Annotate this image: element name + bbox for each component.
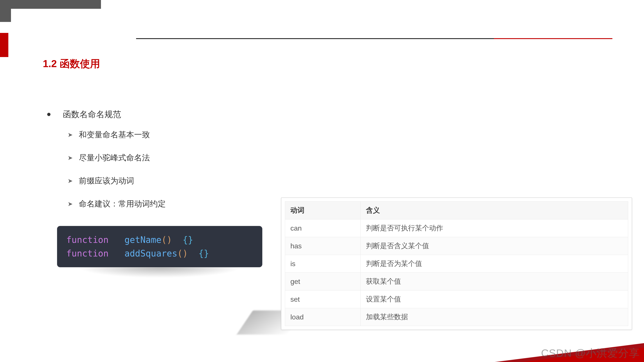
cell-meaning: 获取某个值	[360, 273, 628, 291]
cell-verb: has	[285, 237, 361, 255]
th-verb: 动词	[285, 202, 361, 219]
cell-verb: is	[285, 255, 361, 273]
cell-meaning: 判断是否为某个值	[360, 255, 628, 273]
top-divider-accent	[494, 38, 612, 39]
deco-bar-vertical	[0, 0, 11, 22]
cell-meaning: 判断是否含义某个值	[360, 237, 628, 255]
code-function-name: getName	[124, 235, 162, 245]
table-row: can 判断是否可执行某个动作	[285, 219, 628, 237]
sub-bullet-text: 和变量命名基本一致	[79, 129, 150, 140]
code-keyword: function	[66, 248, 109, 258]
cell-verb: can	[285, 219, 361, 237]
cell-verb: load	[285, 308, 361, 326]
code-line: function addSquares() {}	[66, 247, 253, 260]
cell-meaning: 设置某个值	[360, 291, 628, 308]
code-parens: ()	[177, 248, 188, 258]
sub-bullet-list: ➤ 和变量命名基本一致 ➤ 尽量小驼峰式命名法 ➤ 前缀应该为动词 ➤ 命名建议…	[68, 129, 166, 209]
chevron-right-icon: ➤	[68, 131, 73, 138]
bullet-text: 函数名命名规范	[63, 109, 121, 120]
slide-title: 1.2 函数使用	[43, 57, 100, 71]
table-row: get 获取某个值	[285, 273, 628, 291]
table-row: has 判断是否含义某个值	[285, 237, 628, 255]
code-block: function getName() {} function addSquare…	[57, 226, 262, 267]
sub-bullet: ➤ 和变量命名基本一致	[68, 129, 166, 140]
code-example: function getName() {} function addSquare…	[57, 226, 262, 278]
sub-bullet-text: 命名建议：常用动词约定	[79, 199, 166, 209]
sub-bullet: ➤ 尽量小驼峰式命名法	[68, 152, 166, 163]
code-braces: {}	[198, 248, 209, 258]
code-braces: {}	[182, 235, 193, 245]
verb-table: 动词 含义 can 判断是否可执行某个动作 has 判断是否含义某个值 is 判…	[281, 197, 632, 330]
chevron-right-icon: ➤	[68, 154, 73, 161]
cell-verb: get	[285, 273, 361, 291]
deco-bar-horizontal	[0, 0, 101, 9]
watermark-text: CSDN @小洪爱分享	[541, 346, 640, 360]
table-header-row: 动词 含义	[285, 202, 628, 219]
code-parens: ()	[162, 235, 172, 245]
th-meaning: 含义	[360, 202, 628, 219]
sub-bullet-text: 尽量小驼峰式命名法	[79, 152, 150, 163]
table-row: set 设置某个值	[285, 291, 628, 308]
deco-red-bar	[0, 33, 8, 57]
cell-meaning: 加载某些数据	[360, 308, 628, 326]
sub-bullet: ➤ 前缀应该为动词	[68, 176, 166, 186]
bullet-dot-icon	[47, 113, 50, 116]
code-line: function getName() {}	[66, 233, 253, 247]
verb-table-inner: 动词 含义 can 判断是否可执行某个动作 has 判断是否含义某个值 is 判…	[285, 201, 628, 326]
chevron-right-icon: ➤	[68, 177, 73, 185]
sub-bullet-text: 前缀应该为动词	[79, 176, 134, 186]
table-row: load 加载某些数据	[285, 308, 628, 326]
cell-meaning: 判断是否可执行某个动作	[360, 219, 628, 237]
code-function-name: addSquares	[124, 248, 177, 258]
sub-bullet: ➤ 命名建议：常用动词约定	[68, 199, 166, 209]
cell-verb: set	[285, 291, 361, 308]
table-row: is 判断是否为某个值	[285, 255, 628, 273]
bullet-main: 函数名命名规范	[47, 109, 121, 120]
chevron-right-icon: ➤	[68, 200, 73, 208]
code-keyword: function	[66, 235, 109, 245]
code-shadow	[78, 267, 242, 278]
